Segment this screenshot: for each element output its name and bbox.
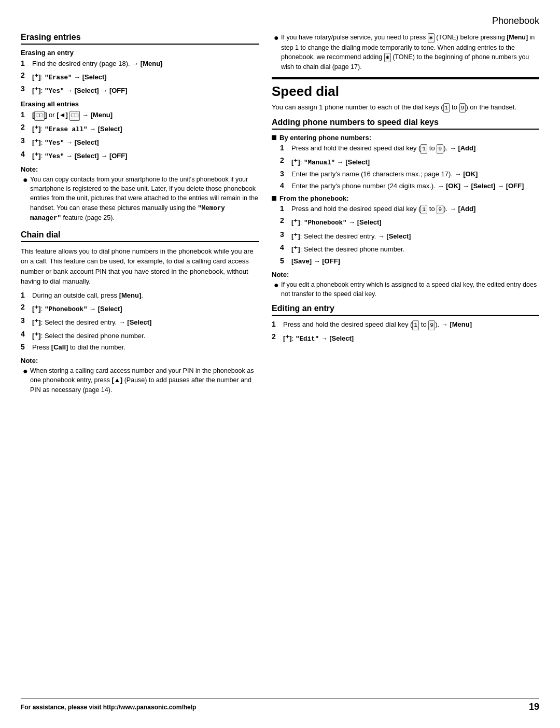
- step-number: 3: [21, 316, 32, 325]
- step-number: 2: [21, 71, 32, 79]
- list-item: 2 [⁺]: "Phonebook" → [Select]: [21, 303, 259, 314]
- step-content: [□□] or [◄] □□ → [Menu]: [32, 110, 259, 121]
- chain-dial-steps: 1 During an outside call, press [Menu]. …: [21, 291, 259, 353]
- erasing-all-entries-subtitle: Erasing all entries: [21, 100, 259, 108]
- step-number: 4: [280, 181, 291, 190]
- list-item: 3 [⁺]: "Yes" → [Select]: [21, 136, 259, 148]
- page-title: Phonebook: [492, 16, 539, 26]
- erasing-all-entries-steps: 1 [□□] or [◄] □□ → [Menu] 2 [⁺]: "Erase …: [21, 110, 259, 161]
- page-header: Phonebook: [21, 16, 539, 29]
- step-number: 2: [272, 332, 283, 341]
- erasing-an-entry-subtitle: Erasing an entry: [21, 49, 259, 57]
- step-number: 2: [21, 303, 32, 311]
- step-content: [⁺]: "Phonebook" → [Select]: [291, 216, 539, 228]
- by-entering-method: By entering phone numbers:: [272, 134, 539, 142]
- list-item: 1 [□□] or [◄] □□ → [Menu]: [21, 110, 259, 121]
- list-item: ● You can copy contacts from your smartp…: [21, 175, 259, 223]
- bullet-icon: ●: [274, 33, 281, 43]
- square-bullet-icon: [272, 196, 276, 201]
- step-number: 2: [21, 123, 32, 131]
- list-item: ● If you have rotary/pulse service, you …: [272, 33, 539, 72]
- step-content: [⁺]: Select the desired entry. → [Select…: [32, 316, 259, 328]
- step-content: [⁺]: "Edit" → [Select]: [283, 332, 539, 344]
- chain-note-label: Note:: [21, 357, 259, 365]
- step-content: [⁺]: "Yes" → [Select]: [32, 136, 259, 148]
- step-number: 4: [21, 330, 32, 338]
- list-item: 3 Enter the party's name (16 characters …: [280, 170, 539, 179]
- from-phonebook-method: From the phonebook:: [272, 194, 539, 202]
- step-content: [⁺]: Select the desired entry. → [Select…: [291, 230, 539, 242]
- editing-entry-steps: 1 Press and hold the desired speed dial …: [272, 320, 539, 344]
- step-content: Find the desired entry (page 18). → [Men…: [32, 59, 259, 69]
- step-number: 4: [280, 243, 291, 251]
- erasing-entries-title: Erasing entries: [21, 33, 259, 45]
- step-content: [⁺]: Select the desired phone number.: [32, 330, 259, 341]
- step-content: [⁺]: "Manual" → [Select]: [291, 156, 539, 167]
- right-column: ● If you have rotary/pulse service, you …: [272, 33, 539, 690]
- page: Phonebook Erasing entries Erasing an ent…: [0, 0, 560, 728]
- step-content: [⁺]: "Erase all" → [Select]: [32, 123, 259, 134]
- speed-notes: ● If you edit a phonebook entry which is…: [272, 280, 539, 299]
- step-content: [⁺]: "Yes" → [Select] → [OFF]: [32, 85, 259, 96]
- speed-note-text: If you edit a phonebook entry which is a…: [281, 280, 539, 299]
- speed-dial-title: Speed dial: [272, 77, 539, 100]
- step-number: 1: [21, 59, 32, 67]
- list-item: 5 Press [Call] to dial the number.: [21, 343, 259, 353]
- list-item: 1 Find the desired entry (page 18). → [M…: [21, 59, 259, 69]
- step-number: 1: [21, 291, 32, 299]
- step-content: [Save] → [OFF]: [291, 257, 539, 267]
- step-number: 3: [280, 230, 291, 239]
- list-item: 1 Press and hold the desired speed dial …: [280, 204, 539, 215]
- step-number: 1: [280, 144, 291, 152]
- step-number: 2: [280, 216, 291, 225]
- step-number: 1: [21, 110, 32, 119]
- list-item: 5 [Save] → [OFF]: [280, 257, 539, 267]
- bullet-icon: ●: [23, 366, 30, 376]
- step-content: [⁺]: "Erase" → [Select]: [32, 71, 259, 82]
- step-number: 2: [280, 156, 291, 164]
- by-entering-subtitle: By entering phone numbers:: [279, 134, 371, 142]
- speed-dial-intro: You can assign 1 phone number to each of…: [272, 103, 539, 113]
- bullet-icon: ●: [274, 280, 281, 290]
- chain-dial-intro: This feature allows you to dial phone nu…: [21, 246, 259, 287]
- chain-notes: ● When storing a calling card access num…: [21, 366, 259, 394]
- square-bullet-icon: [272, 135, 276, 140]
- page-footer: For assistance, please visit http://www.…: [21, 698, 539, 712]
- rotary-note-list: ● If you have rotary/pulse service, you …: [272, 33, 539, 72]
- step-number: 1: [280, 204, 291, 213]
- list-item: 2 [⁺]: "Erase" → [Select]: [21, 71, 259, 82]
- list-item: 4 [⁺]: Select the desired phone number.: [280, 243, 539, 255]
- columns: Erasing entries Erasing an entry 1 Find …: [21, 33, 539, 690]
- chain-dial-title: Chain dial: [21, 230, 259, 242]
- step-content: [⁺]: "Phonebook" → [Select]: [32, 303, 259, 314]
- list-item: 4 [⁺]: Select the desired phone number.: [21, 330, 259, 341]
- note-text: When storing a calling card access numbe…: [30, 366, 259, 394]
- note-text: You can copy contacts from your smartpho…: [30, 175, 259, 223]
- step-number: 5: [21, 343, 32, 351]
- step-number: 1: [272, 320, 283, 328]
- from-phonebook-steps: 1 Press and hold the desired speed dial …: [280, 204, 539, 267]
- by-entering-steps: 1 Press and hold the desired speed dial …: [280, 144, 539, 191]
- erasing-all-notes: ● You can copy contacts from your smartp…: [21, 175, 259, 223]
- step-content: Enter the party's name (16 characters ma…: [291, 170, 539, 179]
- step-content: Press [Call] to dial the number.: [32, 343, 259, 353]
- step-number: 3: [21, 136, 32, 145]
- list-item: 1 Press and hold the desired speed dial …: [280, 144, 539, 154]
- step-content: Press and hold the desired speed dial ke…: [291, 144, 539, 154]
- from-phonebook-subtitle: From the phonebook:: [279, 194, 349, 202]
- left-column: Erasing entries Erasing an entry 1 Find …: [21, 33, 259, 690]
- list-item: 3 [⁺]: Select the desired entry. → [Sele…: [21, 316, 259, 328]
- step-content: Press and hold the desired speed dial ke…: [291, 204, 539, 215]
- list-item: 2 [⁺]: "Erase all" → [Select]: [21, 123, 259, 134]
- step-content: Enter the party's phone number (24 digit…: [291, 181, 539, 191]
- step-number: 5: [280, 257, 291, 265]
- speed-note-label: Note:: [272, 271, 539, 278]
- step-content: [⁺]: "Yes" → [Select] → [OFF]: [32, 150, 259, 161]
- list-item: 2 [⁺]: "Manual" → [Select]: [280, 156, 539, 167]
- step-content: During an outside call, press [Menu].: [32, 291, 259, 301]
- footer-page-number: 19: [529, 702, 539, 712]
- editing-entry-title: Editing an entry: [272, 304, 539, 316]
- step-number: 4: [21, 150, 32, 158]
- step-content: [⁺]: Select the desired phone number.: [291, 243, 539, 255]
- list-item: 4 [⁺]: "Yes" → [Select] → [OFF]: [21, 150, 259, 161]
